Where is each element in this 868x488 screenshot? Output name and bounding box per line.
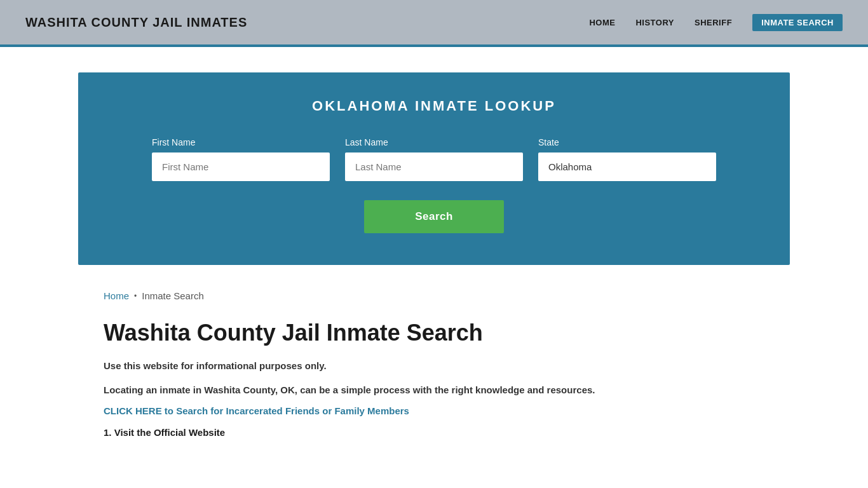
site-title: WASHITA COUNTY JAIL INMATES [25, 15, 247, 30]
first-name-input[interactable] [152, 152, 330, 181]
breadcrumb-separator: • [134, 292, 137, 301]
nav-home[interactable]: HOME [589, 18, 615, 27]
info-text-2: Locating an inmate in Washita County, OK… [104, 382, 764, 398]
page-content: Home • Inmate Search Washita County Jail… [78, 290, 790, 463]
state-input[interactable] [538, 152, 716, 181]
search-btn-row: Search [116, 200, 752, 233]
last-name-group: Last Name [345, 137, 523, 181]
breadcrumb-current: Inmate Search [142, 290, 204, 301]
nav-sheriff[interactable]: SHERIFF [695, 18, 732, 27]
search-fields: First Name Last Name State [116, 137, 752, 181]
breadcrumb-home-link[interactable]: Home [104, 290, 129, 301]
nav-history[interactable]: HISTORY [635, 18, 674, 27]
inmate-search-link[interactable]: CLICK HERE to Search for Incarcerated Fr… [104, 405, 409, 416]
main-nav: HOME HISTORY SHERIFF INMATE SEARCH [589, 14, 843, 31]
first-name-group: First Name [152, 137, 330, 181]
info-text-1: Use this website for informational purpo… [104, 358, 764, 374]
search-panel: OKLAHOMA INMATE LOOKUP First Name Last N… [78, 72, 790, 265]
last-name-input[interactable] [345, 152, 523, 181]
state-label: State [538, 137, 716, 147]
info-strong-1: Use this website for informational purpo… [104, 360, 327, 371]
numbered-item-1: 1. Visit the Official Website [104, 427, 764, 438]
last-name-label: Last Name [345, 137, 523, 147]
info-strong-2: Locating an inmate in Washita County, OK… [104, 384, 595, 395]
state-group: State [538, 137, 716, 181]
search-panel-title: OKLAHOMA INMATE LOOKUP [116, 98, 752, 114]
search-button[interactable]: Search [364, 200, 504, 233]
header-bar [0, 44, 868, 47]
breadcrumb: Home • Inmate Search [104, 290, 764, 301]
first-name-label: First Name [152, 137, 330, 147]
page-title: Washita County Jail Inmate Search [104, 319, 764, 346]
site-header: WASHITA COUNTY JAIL INMATES HOME HISTORY… [0, 0, 868, 44]
nav-inmate-search[interactable]: INMATE SEARCH [752, 14, 843, 31]
